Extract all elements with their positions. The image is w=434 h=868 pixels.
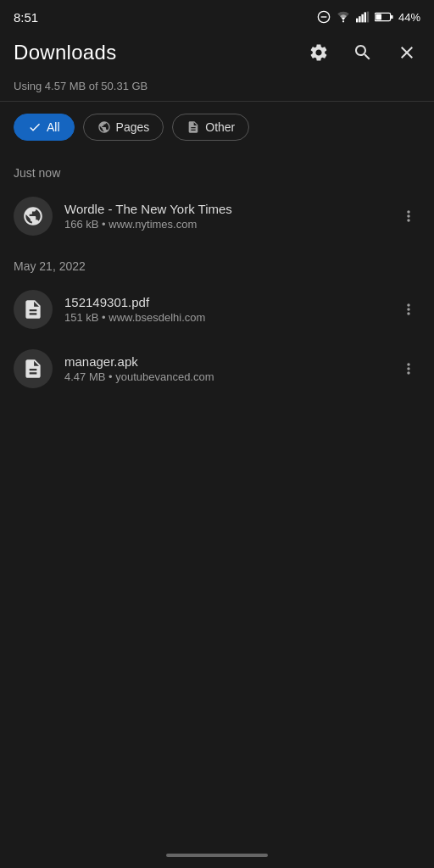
wordle-name: Wordle - The New York Times: [64, 202, 385, 216]
svg-rect-7: [367, 12, 369, 23]
battery-icon: [375, 12, 393, 22]
header-actions: [305, 39, 420, 66]
svg-rect-9: [391, 15, 393, 19]
globe-icon: [97, 120, 111, 134]
status-icons: 44%: [317, 10, 420, 24]
check-icon: [28, 120, 42, 134]
svg-rect-10: [376, 14, 381, 20]
more-vert-icon-2: [400, 301, 417, 318]
file-icon: [186, 120, 200, 134]
pdf-info: 152149301.pdf 151 kB • www.bsesdelhi.com: [64, 295, 385, 324]
close-icon: [397, 42, 417, 63]
storage-info: Using 4.57 MB of 50.31 GB: [0, 76, 434, 102]
apk-meta: 4.47 MB • youtubevanced.com: [64, 370, 385, 383]
file-apk-icon: [22, 358, 44, 380]
section-header-may: May 21, 2022: [0, 246, 434, 280]
svg-rect-5: [361, 14, 363, 23]
download-item-wordle: Wordle - The New York Times 166 kB • www…: [0, 186, 434, 246]
status-bar: 8:51: [0, 0, 434, 31]
pdf-name: 152149301.pdf: [64, 295, 385, 309]
status-time: 8:51: [14, 10, 38, 25]
svg-rect-6: [364, 12, 366, 22]
apk-name: manager.apk: [64, 354, 385, 369]
header: Downloads: [0, 31, 434, 76]
settings-button[interactable]: [305, 39, 332, 66]
filter-tab-all[interactable]: All: [14, 114, 75, 141]
wordle-meta: 166 kB • www.nytimes.com: [64, 218, 385, 231]
section-title-just-now: Just now: [14, 166, 60, 180]
globe-fill-icon: [22, 205, 44, 227]
wordle-more-button[interactable]: [397, 201, 420, 231]
dnd-icon: [317, 10, 331, 24]
download-item-apk: manager.apk 4.47 MB • youtubevanced.com: [0, 339, 434, 398]
filter-tab-pages[interactable]: Pages: [83, 114, 164, 141]
wordle-info: Wordle - The New York Times 166 kB • www…: [64, 202, 385, 231]
close-button[interactable]: [393, 39, 420, 66]
download-item-pdf: 152149301.pdf 151 kB • www.bsesdelhi.com: [0, 280, 434, 339]
item-icon-apk: [14, 349, 53, 388]
filter-tabs: All Pages Other: [0, 102, 434, 153]
search-icon: [353, 42, 373, 63]
settings-icon: [309, 42, 329, 63]
filter-other-label: Other: [205, 120, 235, 134]
item-icon-pdf: [14, 290, 53, 329]
filter-tab-other[interactable]: Other: [172, 114, 249, 141]
pdf-more-button[interactable]: [397, 294, 420, 325]
storage-text: Using 4.57 MB of 50.31 GB: [14, 80, 147, 92]
apk-more-button[interactable]: [397, 353, 420, 384]
wifi-icon: [336, 11, 351, 23]
filter-all-label: All: [47, 120, 60, 134]
battery-percent: 44%: [398, 11, 420, 24]
pdf-meta: 151 kB • www.bsesdelhi.com: [64, 311, 385, 324]
section-title-may: May 21, 2022: [14, 259, 86, 273]
more-vert-icon-3: [400, 360, 417, 377]
svg-point-2: [342, 20, 344, 22]
signal-icon: [356, 11, 370, 23]
section-header-just-now: Just now: [0, 153, 434, 186]
home-indicator: [166, 854, 268, 857]
svg-rect-4: [359, 16, 360, 22]
item-icon-wordle: [14, 197, 53, 236]
filter-pages-label: Pages: [116, 120, 150, 134]
apk-info: manager.apk 4.47 MB • youtubevanced.com: [64, 354, 385, 383]
bottom-bar: [0, 843, 434, 868]
more-vert-icon: [400, 208, 417, 225]
page-title: Downloads: [14, 41, 116, 64]
svg-rect-3: [356, 19, 358, 23]
file-doc-icon: [22, 298, 44, 320]
search-button[interactable]: [349, 39, 376, 66]
